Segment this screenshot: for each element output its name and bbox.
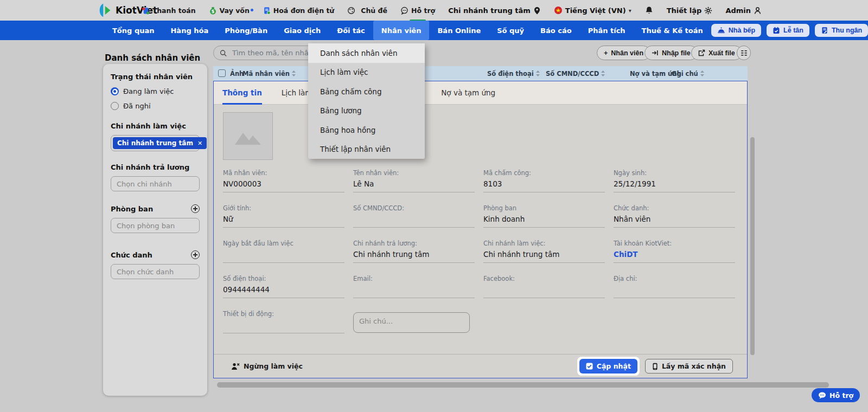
status-option-working[interactable]: Đang làm việc xyxy=(111,87,200,95)
select-all-checkbox[interactable] xyxy=(218,69,226,77)
status-filter-label: Trạng thái nhân viên xyxy=(111,73,200,81)
chevron-down-icon: ▾ xyxy=(629,8,631,14)
user-menu[interactable]: Admin xyxy=(725,7,762,15)
vietnam-flag-icon xyxy=(554,6,563,15)
employee-photo-placeholder[interactable] xyxy=(223,112,273,160)
note-textarea[interactable] xyxy=(353,312,470,333)
support-link[interactable]: Hỗ trợ Beta xyxy=(400,7,435,15)
language-selector[interactable]: Tiếng Việt (VN) ▾ xyxy=(554,6,631,15)
cashier-button[interactable]: Thu ngân xyxy=(815,24,868,37)
employee-dropdown-menu: Danh sách nhân viên Lịch làm việc Bảng c… xyxy=(308,43,425,159)
loan-link[interactable]: $ Vay vốn xyxy=(209,7,250,15)
update-highlight-ring: Cập nhật xyxy=(577,357,640,376)
th-photo: Ảnh xyxy=(230,66,244,81)
columns-icon xyxy=(741,50,748,56)
nav-employees[interactable]: Nhân viên xyxy=(373,21,430,40)
import-icon xyxy=(652,49,659,56)
tab-info[interactable]: Thông tin xyxy=(222,81,262,105)
table-header: Ảnh Mã nhân viên Tên nhân viên Số điện t… xyxy=(213,66,748,81)
th-id-number[interactable]: Số CMND/CCCD xyxy=(546,66,605,81)
filter-sidebar: Trạng thái nhân viên Đang làm việc Đã ng… xyxy=(103,64,207,396)
menu-item-work-schedule[interactable]: Lịch làm việc xyxy=(308,63,425,82)
app-screen: KiotViet Thanh toán $ Vay vốn xyxy=(0,0,868,412)
nav-cashbook[interactable]: Số quỹ xyxy=(489,21,532,40)
field-start-date: Ngày bắt đầu làm việc xyxy=(223,240,344,263)
main-navbar: Tổng quan Hàng hóa Phòng/Bàn Giao dịch Đ… xyxy=(0,21,868,40)
nav-overview[interactable]: Tổng quan xyxy=(104,21,162,40)
vertical-scrollbar[interactable] xyxy=(750,137,755,355)
quick-buttons: Nhà bếp Lễ tân Thu ngân xyxy=(711,24,868,37)
column-settings-button[interactable] xyxy=(737,46,751,60)
menu-item-payroll[interactable]: Bảng lương xyxy=(308,101,425,121)
nav-rooms[interactable]: Phòng/Bàn xyxy=(216,21,276,40)
einvoice-link[interactable]: Hoá đơn điện tử xyxy=(263,7,334,15)
topbar-links: Thanh toán $ Vay vốn Hoá đơn điện t xyxy=(142,0,762,21)
job-title-input[interactable] xyxy=(111,264,200,279)
add-job-title-icon[interactable] xyxy=(191,250,200,259)
radio-selected-icon[interactable] xyxy=(111,87,119,95)
tab-debt[interactable]: Nợ và tạm ứng xyxy=(441,81,495,105)
department-input[interactable] xyxy=(111,218,200,233)
field-id-number: Số CMND/CCCD: xyxy=(353,204,475,228)
support-floating-button[interactable]: Hỗ trợ xyxy=(812,388,860,402)
svg-text:$: $ xyxy=(211,9,214,14)
payment-link[interactable]: Thanh toán xyxy=(142,7,196,15)
nav-online[interactable]: Bán Online xyxy=(429,21,489,40)
remove-tag-icon[interactable]: ✕ xyxy=(197,140,202,147)
topbar: KiotViet Thanh toán $ Vay vốn xyxy=(0,0,868,21)
phone-icon xyxy=(652,363,658,370)
field-employee-name: Tên nhân viên: Lê Na xyxy=(353,169,475,192)
kiotviet-logo-icon xyxy=(97,3,112,18)
import-file-button[interactable]: Nhập file xyxy=(644,46,698,60)
menu-item-commission[interactable]: Bảng hoa hồng xyxy=(308,120,425,140)
invoice-icon xyxy=(263,7,271,15)
theme-icon xyxy=(347,7,355,15)
nav-transactions[interactable]: Giao dịch xyxy=(276,21,329,40)
sort-icon xyxy=(536,70,540,76)
job-title-label: Chức danh xyxy=(111,250,200,259)
salary-branch-input[interactable] xyxy=(111,176,200,191)
person-x-icon xyxy=(231,363,240,370)
reception-button[interactable]: Lễ tân xyxy=(767,24,809,37)
deactivate-button[interactable]: Ngừng làm việc xyxy=(228,362,306,371)
kitchen-button[interactable]: Nhà bếp xyxy=(711,24,761,37)
nav-partners[interactable]: Đối tác xyxy=(329,21,373,40)
radio-unselected-icon[interactable] xyxy=(111,102,119,110)
kitchen-dome-icon xyxy=(717,27,725,34)
notification-dot xyxy=(251,9,253,11)
add-employee-button[interactable]: + Nhân viên xyxy=(597,46,650,60)
status-option-quit[interactable]: Đã nghỉ xyxy=(111,102,200,110)
menu-item-timesheet[interactable]: Bảng chấm công xyxy=(308,82,425,101)
field-salary-branch: Chi nhánh trả lương: Chi nhánh trung tâm xyxy=(353,240,475,263)
settings-link[interactable]: Thiết lập xyxy=(667,7,713,15)
menu-item-employee-list[interactable]: Danh sách nhân viên xyxy=(308,43,425,63)
location-pin-icon xyxy=(533,7,541,15)
field-work-branch: Chi nhánh làm việc: Chi nhánh trung tâm xyxy=(483,240,605,263)
branch-selector[interactable]: Chi nhánh trung tâm xyxy=(448,7,541,15)
search-icon xyxy=(220,49,227,57)
horizontal-scrollbar[interactable] xyxy=(217,382,829,388)
update-button[interactable]: Cập nhật xyxy=(579,359,637,374)
nav-reports[interactable]: Báo cáo xyxy=(532,21,580,40)
sort-icon xyxy=(292,70,296,76)
add-department-icon[interactable] xyxy=(191,204,200,213)
work-branch-label: Chi nhánh làm việc xyxy=(111,122,200,130)
nav-tax[interactable]: Thuế & Kế toán xyxy=(634,21,711,40)
get-code-button[interactable]: Lấy mã xác nhận xyxy=(645,359,733,374)
th-phone[interactable]: Số điện thoại xyxy=(487,66,540,81)
bell-icon[interactable] xyxy=(644,6,654,15)
account-link[interactable]: ChiDT xyxy=(614,250,735,259)
department-label: Phòng ban xyxy=(111,204,200,213)
branch-tag: Chi nhánh trung tâm ✕ xyxy=(113,137,207,149)
export-file-button[interactable]: Xuất file xyxy=(691,46,742,60)
theme-link[interactable]: Chủ đề xyxy=(347,7,387,15)
chat-bubble-icon xyxy=(818,392,826,399)
field-email: Email: xyxy=(353,275,475,298)
cashier-receipt-icon xyxy=(821,27,828,34)
th-employee-code[interactable]: Mã nhân viên xyxy=(242,66,296,81)
nav-analytics[interactable]: Phân tích xyxy=(580,21,634,40)
work-branch-select[interactable]: Chi nhánh trung tâm ✕ xyxy=(111,135,200,151)
th-note[interactable]: Ghi chú xyxy=(672,66,704,81)
menu-item-employee-settings[interactable]: Thiết lập nhân viên xyxy=(308,140,425,159)
nav-goods[interactable]: Hàng hóa xyxy=(162,21,216,40)
